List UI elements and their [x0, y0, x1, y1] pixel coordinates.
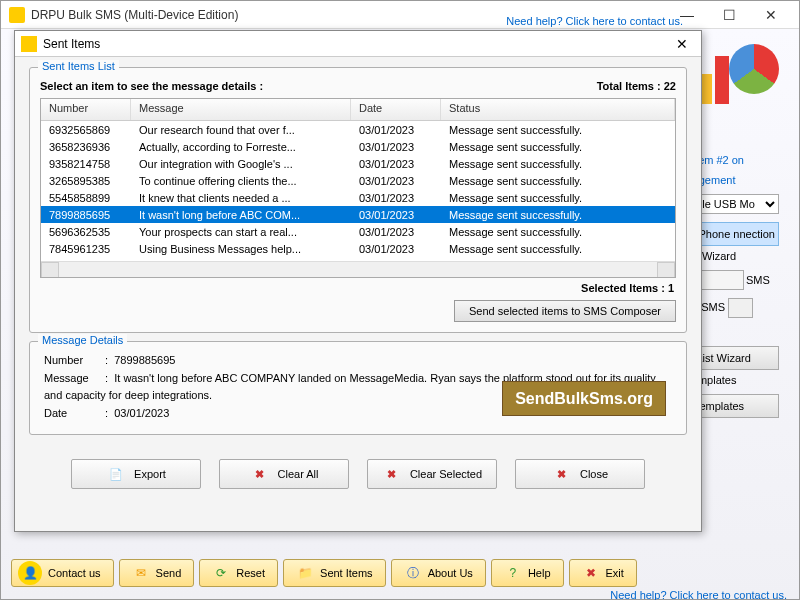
refresh-icon: ⟳ [212, 564, 230, 582]
cell-number: 5545858899 [41, 191, 131, 205]
folder-icon: 📁 [296, 564, 314, 582]
list-legend: Sent Items List [38, 60, 119, 72]
app-icon [9, 7, 25, 23]
send-button[interactable]: ✉Send [119, 559, 195, 587]
cell-message: It knew that clients needed a ... [131, 191, 351, 205]
cell-message: To continue offering clients the... [131, 174, 351, 188]
cell-message: It wasn't long before ABC COM... [131, 208, 351, 222]
cell-message: Your prospects can start a real... [131, 225, 351, 239]
cell-date: 03/01/2023 [351, 191, 441, 205]
cell-number: 3265895385 [41, 174, 131, 188]
cell-date: 03/01/2023 [351, 123, 441, 137]
close-button[interactable]: ✕ [751, 3, 791, 27]
clear-selected-icon: ✖ [382, 464, 402, 484]
bottom-toolbar: 👤Contact us ✉Send ⟳Reset 📁Sent Items ⓘAb… [11, 557, 789, 589]
dialog-icon [21, 36, 37, 52]
clear-all-button[interactable]: ✖Clear All [219, 459, 349, 489]
sent-items-dialog: Sent Items ✕ Sent Items List Select an i… [14, 30, 702, 532]
exit-icon: ✖ [582, 564, 600, 582]
col-number[interactable]: Number [41, 99, 131, 120]
reset-button[interactable]: ⟳Reset [199, 559, 278, 587]
cell-date: 03/01/2023 [351, 174, 441, 188]
cell-number: 3658236936 [41, 140, 131, 154]
detail-number: 7899885695 [114, 354, 175, 366]
cell-message: Our research found that over f... [131, 123, 351, 137]
person-icon: 👤 [18, 561, 42, 585]
main-help-link[interactable]: Need help? Click here to contact us. [610, 589, 787, 600]
col-date[interactable]: Date [351, 99, 441, 120]
sent-items-button[interactable]: 📁Sent Items [283, 559, 386, 587]
cell-number: 6932565869 [41, 123, 131, 137]
cell-number: 5696362535 [41, 225, 131, 239]
maximize-button[interactable]: ☐ [709, 3, 749, 27]
clear-all-icon: ✖ [250, 464, 270, 484]
about-button[interactable]: ⓘAbout Us [391, 559, 486, 587]
cell-number: 7899885695 [41, 208, 131, 222]
dialog-close-footer-button[interactable]: ✖Close [515, 459, 645, 489]
export-button[interactable]: 📄Export [71, 459, 201, 489]
details-legend: Message Details [38, 334, 127, 346]
detail-date: 03/01/2023 [114, 407, 169, 419]
cell-message: Our integration with Google's ... [131, 157, 351, 171]
cell-message: Using Business Messages help... [131, 242, 351, 256]
contact-us-button[interactable]: 👤Contact us [11, 559, 114, 587]
help-icon: ? [504, 564, 522, 582]
info-icon: ⓘ [404, 564, 422, 582]
envelope-icon: ✉ [132, 564, 150, 582]
cell-date: 03/01/2023 [351, 157, 441, 171]
cell-number: 9358214758 [41, 157, 131, 171]
help-button[interactable]: ?Help [491, 559, 564, 587]
export-icon: 📄 [106, 464, 126, 484]
cell-date: 03/01/2023 [351, 242, 441, 256]
cell-date: 03/01/2023 [351, 225, 441, 239]
exit-button[interactable]: ✖Exit [569, 559, 637, 587]
prompt-text: Select an item to see the message detail… [40, 80, 263, 92]
col-message[interactable]: Message [131, 99, 351, 120]
cell-date: 03/01/2023 [351, 140, 441, 154]
cell-number: 7845961235 [41, 242, 131, 256]
cell-message: Actually, according to Forreste... [131, 140, 351, 154]
dialog-help-link[interactable]: Need help? Click here to contact us. [506, 15, 683, 485]
failed-sms-dropdown[interactable] [728, 298, 753, 318]
cell-date: 03/01/2023 [351, 208, 441, 222]
dialog-footer: 📄Export ✖Clear All ✖Clear Selected ✖Clos… [15, 453, 701, 499]
close-icon: ✖ [552, 464, 572, 484]
clear-selected-button[interactable]: ✖Clear Selected [367, 459, 497, 489]
